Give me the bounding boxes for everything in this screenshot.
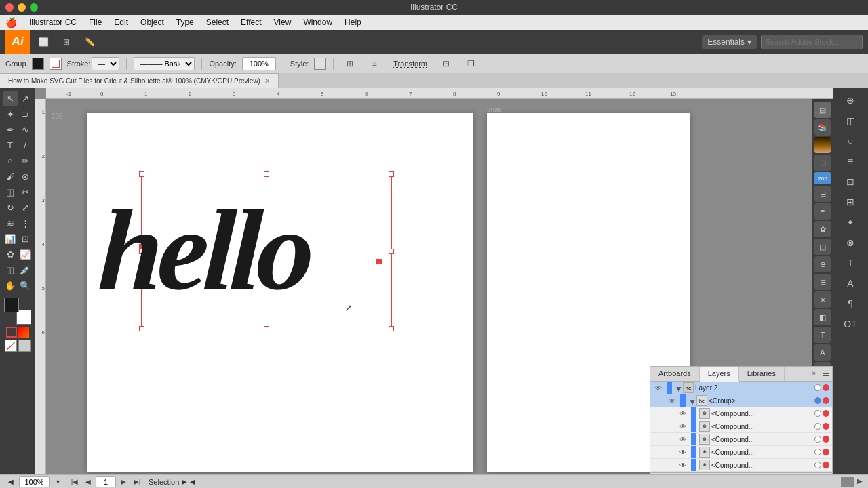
tool-paint[interactable]: ✏️ [80, 33, 99, 52]
handle-bm[interactable] [264, 326, 269, 331]
right-tool-8[interactable]: ⊗ [838, 233, 863, 252]
handle-tr[interactable] [389, 171, 394, 177]
right-tool-5[interactable]: ⊟ [838, 172, 863, 191]
mode-back-btn[interactable]: ◀ [190, 478, 195, 485]
right-tool-7[interactable]: ✦ [838, 213, 863, 232]
pathfinder-btn[interactable]: ⊗ [814, 291, 831, 308]
prev-page-btn[interactable]: ◀ [82, 476, 94, 487]
swatches-btn[interactable]: ⊟ [814, 186, 831, 202]
type-tool[interactable]: T [3, 138, 18, 152]
pencil-tool[interactable]: ✏ [18, 153, 33, 168]
next-page-btn[interactable]: ▶ [117, 476, 130, 487]
menu-window[interactable]: Window [298, 16, 338, 28]
curvature-tool[interactable]: ∿ [18, 122, 33, 137]
eyedropper-tool[interactable]: 💉 [18, 262, 33, 277]
properties-btn[interactable]: ▤ [814, 102, 831, 118]
column-graph-tool[interactable]: 📈 [18, 247, 33, 262]
page-input[interactable] [96, 476, 116, 487]
tool-arrange[interactable]: ⊞ [57, 33, 76, 52]
right-tool-10[interactable]: A [838, 274, 863, 293]
right-tool-1[interactable]: ⊕ [838, 91, 863, 110]
menu-effect[interactable]: Effect [235, 16, 267, 28]
fill-none-btn[interactable] [5, 340, 17, 352]
right-tool-6[interactable]: ⊞ [838, 192, 863, 211]
last-page-btn[interactable]: ▶| [131, 476, 143, 487]
brushes-btn[interactable]: ≡ [814, 203, 831, 220]
layers-tab[interactable]: Layers [700, 367, 739, 382]
group-target-btn[interactable] [814, 397, 821, 404]
layer2-visibility-btn[interactable]: 👁 [653, 382, 664, 393]
c5-target[interactable] [814, 462, 821, 468]
graphic-styles-btn[interactable]: ◫ [814, 239, 831, 255]
menu-type[interactable]: Type [171, 16, 199, 28]
apple-menu[interactable]: 🍎 [5, 17, 17, 28]
symbol-tool[interactable]: ✿ [3, 247, 18, 262]
gradient-indicator[interactable] [18, 327, 29, 338]
libraries-btn[interactable]: 📚 [814, 119, 831, 136]
artboards-tab[interactable]: Artboards [650, 367, 700, 381]
right-tool-3[interactable]: ○ [838, 131, 863, 150]
c3-target[interactable] [814, 436, 821, 443]
group-visibility-btn[interactable]: 👁 [667, 395, 677, 406]
right-tool-12[interactable]: OT [838, 314, 863, 333]
lasso-tool[interactable]: ⊃ [18, 106, 33, 121]
close-button[interactable] [5, 3, 14, 12]
stroke-indicator[interactable] [6, 327, 17, 338]
width-tool[interactable]: ⋮ [18, 216, 33, 230]
zoom-dropdown-btn[interactable]: ▾ [52, 476, 63, 487]
compound-1-row[interactable]: 👁 ⊗ <Compound... [650, 407, 832, 420]
color-mode-btn[interactable] [18, 340, 31, 352]
c4-target[interactable] [814, 449, 821, 455]
handle-mid3[interactable] [376, 259, 382, 264]
scroll-right-btn[interactable]: ▶ [857, 477, 863, 487]
zoom-input[interactable] [19, 476, 50, 487]
menu-view[interactable]: View [269, 16, 297, 28]
symbols-btn[interactable]: ✿ [814, 221, 831, 237]
pen-tool[interactable]: ✒ [3, 122, 18, 137]
zoom-tool[interactable]: 🔍 [18, 278, 33, 293]
magic-wand-tool[interactable]: ✦ [3, 106, 18, 121]
right-tool-2[interactable]: ◫ [838, 111, 863, 130]
c3-vis[interactable]: 👁 [677, 434, 688, 445]
menu-illustrator[interactable]: Illustrator CC [24, 16, 82, 28]
minimize-button[interactable] [18, 3, 26, 12]
layers-expand-btn[interactable]: » [808, 367, 820, 381]
align-btn[interactable]: ⊞ [814, 274, 831, 290]
layers-panel-menu-btn[interactable]: ☰ [820, 367, 832, 381]
c4-vis[interactable]: 👁 [677, 447, 688, 458]
layer2-expand-arrow[interactable]: ▼ [675, 384, 682, 391]
first-page-btn[interactable]: |◀ [68, 476, 81, 487]
hand-tool[interactable]: ✋ [3, 278, 18, 293]
stroke-swatch[interactable] [50, 58, 62, 70]
scroll-h-track[interactable] [841, 477, 854, 487]
stroke-style-select[interactable]: ——— Basic [134, 57, 195, 70]
handle-br[interactable] [389, 326, 394, 331]
color-panel-btn[interactable]: 205 [814, 172, 831, 184]
scale-tool[interactable]: ⤢ [18, 200, 33, 215]
warp-tool[interactable]: ≋ [3, 216, 18, 230]
char-btn[interactable]: A [814, 344, 831, 361]
zoom-out-btn[interactable]: ◀ [5, 476, 16, 487]
menu-select[interactable]: Select [201, 16, 234, 28]
style-swatch[interactable] [314, 58, 326, 70]
ellipse-tool[interactable]: ○ [3, 153, 18, 168]
maximize-button[interactable] [30, 3, 38, 12]
compound-3-row[interactable]: 👁 ⊗ <Compound... [650, 433, 832, 446]
search-input[interactable] [761, 35, 863, 49]
compound-5-row[interactable]: 👁 ⊗ <Compound... [650, 459, 832, 472]
distribute-options-btn[interactable]: ≡ [365, 54, 384, 73]
menu-edit[interactable]: Edit [108, 16, 134, 28]
rotate-tool[interactable]: ↻ [3, 200, 18, 215]
layer2-target-btn[interactable] [814, 384, 821, 391]
right-tool-4[interactable]: ≡ [838, 152, 863, 171]
group-row[interactable]: 👁 ▼ he <Group> [650, 394, 832, 407]
transform-tool[interactable]: ⊡ [18, 231, 33, 246]
assets-btn[interactable]: ⊞ [814, 155, 831, 171]
selection-tool[interactable]: ↖ [3, 91, 18, 106]
arrange-btn[interactable]: ❐ [461, 54, 480, 73]
doc-tab-active[interactable]: How to Make SVG Cut Files for Cricut & S… [0, 73, 279, 88]
compound-4-row[interactable]: 👁 ⊗ <Compound... [650, 446, 832, 459]
direct-selection-tool[interactable]: ↗ [18, 91, 33, 106]
eraser-tool[interactable]: ◫ [3, 184, 18, 199]
transform-link[interactable]: Transform [389, 58, 431, 69]
